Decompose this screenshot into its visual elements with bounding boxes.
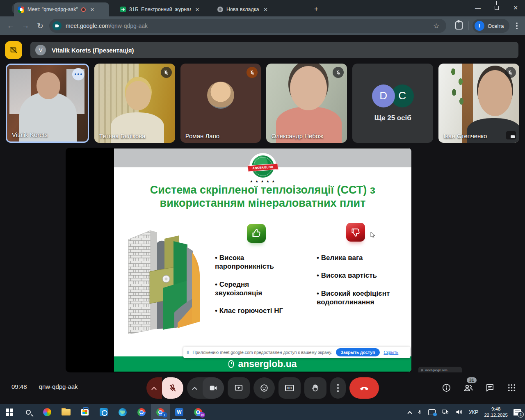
tray-mic-icon[interactable] bbox=[417, 409, 422, 416]
end-call-button[interactable] bbox=[349, 377, 379, 399]
presenter-banner: V Vitalik Korets (Презентація) bbox=[30, 42, 518, 58]
minimize-button[interactable]: — bbox=[468, 0, 487, 16]
chrome-second-profile-icon[interactable]: И bbox=[189, 404, 208, 420]
newtab-favicon bbox=[217, 7, 223, 12]
tile-tetiana-bielikova[interactable]: Тетяна Бєлікова bbox=[94, 64, 175, 143]
picture-in-picture-icon[interactable] bbox=[506, 131, 516, 139]
restore-button[interactable] bbox=[487, 0, 506, 16]
search-button[interactable] bbox=[19, 404, 38, 420]
screen-share-notification: ‖ Приложению meet.google.com предоставле… bbox=[183, 347, 410, 358]
meet-favicon bbox=[18, 7, 24, 13]
microsoft-store-icon[interactable] bbox=[75, 404, 94, 420]
tile-oleksandr-nebozh[interactable]: Олександр Небож bbox=[266, 64, 347, 143]
tab-newtab[interactable]: Нова вкладка ✕ bbox=[213, 2, 306, 16]
edge-icon[interactable] bbox=[113, 404, 132, 420]
tile-roman-lapo[interactable]: Роман Лапо bbox=[180, 64, 261, 143]
site-camera-icon bbox=[52, 21, 62, 30]
new-tab-button[interactable]: + bbox=[312, 5, 321, 14]
start-button[interactable] bbox=[0, 404, 19, 420]
extensions-icon[interactable] bbox=[455, 21, 463, 30]
pros-item: • Висока паропроникність bbox=[215, 253, 291, 271]
tray-expand-icon[interactable] bbox=[407, 411, 412, 415]
thumbs-down-icon bbox=[346, 223, 365, 242]
window-controls: — ✕ bbox=[468, 0, 525, 16]
notifications-icon[interactable]: 1 bbox=[514, 409, 521, 415]
chrome-work-profile-icon[interactable]: I bbox=[151, 404, 170, 420]
captions-button[interactable]: CC bbox=[278, 377, 301, 399]
mic-muted-icon bbox=[161, 67, 172, 78]
people-button[interactable]: 31 bbox=[463, 382, 473, 393]
tab-title: Meet: "qnw-qdpg-aak" bbox=[27, 7, 78, 12]
tile-more-participants[interactable]: D C Ще 25 осіб bbox=[352, 64, 433, 143]
chat-button[interactable] bbox=[484, 382, 495, 393]
more-participants-label: Ще 25 осіб bbox=[374, 114, 411, 122]
participant-letter-avatar: D bbox=[372, 84, 395, 107]
pause-icon: ‖ bbox=[187, 350, 189, 355]
participant-name: Тетяна Бєлікова bbox=[99, 132, 146, 139]
mic-muted-button[interactable] bbox=[162, 377, 183, 399]
pros-item: • Середня звукоізоляція bbox=[215, 280, 291, 298]
tab-journal[interactable]: 31Б_Електронний_журнал_202 ✕ bbox=[116, 2, 208, 16]
logo-stars: ★ ★ ★ ★ ★ bbox=[247, 180, 279, 183]
recording-indicator-icon bbox=[81, 7, 86, 12]
volume-icon[interactable] bbox=[455, 409, 463, 415]
pros-list: • Висока паропроникність • Середня звуко… bbox=[215, 253, 291, 324]
browser-toolbar: ← → ↻ meet.google.com/qnw-qdpg-aak ☆ I О… bbox=[0, 16, 525, 35]
word-icon[interactable]: W bbox=[170, 404, 189, 420]
address-bar[interactable]: meet.google.com/qnw-qdpg-aak bbox=[49, 19, 446, 33]
forward-icon[interactable]: → bbox=[18, 21, 33, 30]
reactions-button[interactable] bbox=[253, 377, 275, 399]
mini-url: meet.google.com bbox=[425, 369, 447, 372]
effects-off-button[interactable] bbox=[5, 41, 22, 59]
screen-share-tray-icon[interactable] bbox=[428, 409, 436, 415]
profile-button[interactable]: I Освіта bbox=[472, 19, 509, 33]
language-indicator[interactable]: УКР bbox=[469, 409, 479, 415]
tab-close-icon[interactable]: ✕ bbox=[262, 6, 269, 13]
mic-muted-icon bbox=[333, 67, 344, 78]
file-explorer-icon[interactable] bbox=[57, 404, 75, 420]
anserglob-logo: ANSERGLOB ★ ★ ★ ★ ★ bbox=[247, 154, 279, 183]
copilot-icon[interactable] bbox=[38, 404, 57, 420]
meet-page: V Vitalik Korets (Презентація) Vitalik K… bbox=[0, 35, 525, 404]
tile-vitalik-korets[interactable]: Vitalik Korets bbox=[6, 64, 89, 143]
taskbar-clock[interactable]: 9:4822.12.2025 bbox=[484, 406, 508, 418]
browser-menu-icon[interactable] bbox=[514, 21, 520, 30]
tab-meet[interactable]: Meet: "qnw-qdpg-aak" ✕ bbox=[14, 2, 109, 16]
camera-button[interactable] bbox=[203, 377, 224, 399]
camera-options-chevron[interactable] bbox=[187, 377, 203, 399]
cons-item: • Високий коефіцієнт водопоглинання bbox=[317, 289, 403, 307]
tile-ivan-stepchenko[interactable]: Іван Степченко bbox=[438, 64, 519, 143]
hide-link[interactable]: Скрыть bbox=[383, 350, 398, 355]
browser-tabstrip: ⌄ Meet: "qnw-qdpg-aak" ✕ 31Б_Електронний… bbox=[0, 0, 525, 16]
presenter-avatar: V bbox=[35, 45, 46, 55]
bookmark-star-icon[interactable]: ☆ bbox=[433, 22, 439, 30]
activities-button[interactable] bbox=[506, 382, 517, 393]
mic-options-chevron[interactable] bbox=[146, 377, 162, 399]
meeting-details-button[interactable] bbox=[441, 382, 452, 393]
chrome-icon[interactable] bbox=[132, 404, 151, 420]
network-icon[interactable] bbox=[441, 409, 450, 415]
mic-muted-icon bbox=[505, 67, 516, 78]
more-options-button[interactable] bbox=[330, 377, 346, 399]
screen: ⌄ Meet: "qnw-qdpg-aak" ✕ 31Б_Електронний… bbox=[0, 0, 525, 420]
back-icon[interactable]: ← bbox=[3, 21, 18, 30]
slide-footer: anserglob.ua bbox=[114, 356, 411, 372]
tab-divider bbox=[211, 6, 211, 13]
profile-avatar: I bbox=[475, 21, 484, 31]
refresh-icon[interactable]: ↻ bbox=[33, 21, 48, 31]
cons-item: • Висока вартість bbox=[317, 271, 403, 280]
camera-control-group bbox=[187, 377, 224, 399]
stop-sharing-button[interactable]: Закрыть доступ bbox=[336, 348, 380, 356]
tab-close-icon[interactable]: ✕ bbox=[194, 6, 201, 13]
participant-tiles: Vitalik Korets Тетяна Бєлікова Роман Лап… bbox=[6, 64, 519, 143]
raise-hand-button[interactable] bbox=[304, 377, 326, 399]
slide: ANSERGLOB ★ ★ ★ ★ ★ Система скріпленої т… bbox=[114, 148, 411, 372]
shared-screen[interactable]: ANSERGLOB ★ ★ ★ ★ ★ Система скріпленої т… bbox=[66, 148, 411, 372]
close-button[interactable]: ✕ bbox=[506, 0, 525, 16]
cons-item: • Велика вага bbox=[317, 253, 403, 262]
meet-control-bar: 09:48 qnw-qdpg-aak bbox=[0, 372, 525, 404]
present-button[interactable] bbox=[228, 377, 250, 399]
tab-close-icon[interactable]: ✕ bbox=[89, 6, 96, 13]
outlook-icon[interactable] bbox=[94, 404, 113, 420]
tile-menu-icon[interactable] bbox=[72, 68, 84, 80]
